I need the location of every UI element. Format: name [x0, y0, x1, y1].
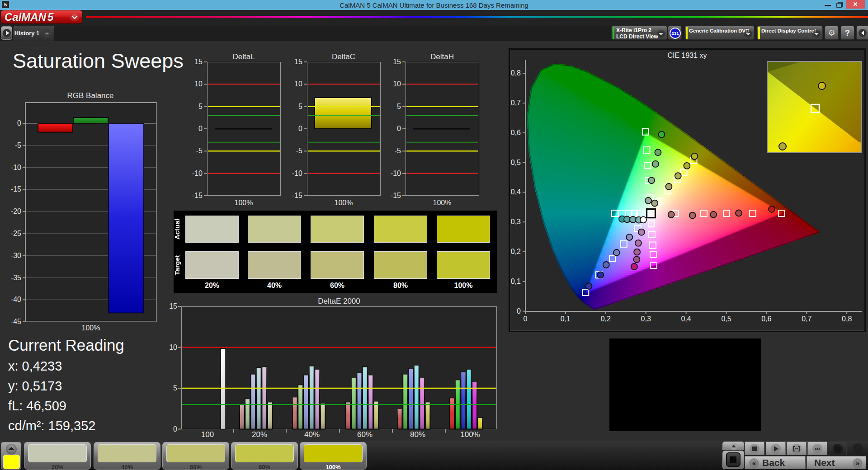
svg-text:0,6: 0,6 [761, 315, 771, 323]
svg-text:0,4: 0,4 [681, 315, 691, 323]
svg-text:0,8: 0,8 [511, 69, 521, 77]
svg-text:0,2: 0,2 [511, 248, 521, 255]
svg-text:«: « [752, 459, 756, 467]
svg-text:0,1: 0,1 [511, 277, 521, 285]
svg-text:0,5: 0,5 [721, 315, 731, 323]
svg-text:»: » [856, 459, 859, 467]
svg-text:0,1: 0,1 [561, 315, 571, 323]
svg-text:0: 0 [517, 307, 521, 315]
svg-text:0,6: 0,6 [511, 129, 521, 136]
svg-text:0,5: 0,5 [511, 159, 521, 166]
svg-text:0,4: 0,4 [511, 188, 521, 196]
svg-text:↻: ↻ [835, 445, 840, 453]
svg-text:0,8: 0,8 [842, 315, 852, 323]
svg-text:0,7: 0,7 [511, 99, 521, 107]
svg-text:0,2: 0,2 [601, 315, 611, 323]
svg-text:0,7: 0,7 [802, 315, 811, 323]
svg-text:0,3: 0,3 [511, 218, 521, 226]
svg-text:0,3: 0,3 [641, 315, 651, 323]
svg-text:∞: ∞ [815, 445, 820, 452]
svg-text:0: 0 [524, 315, 528, 323]
